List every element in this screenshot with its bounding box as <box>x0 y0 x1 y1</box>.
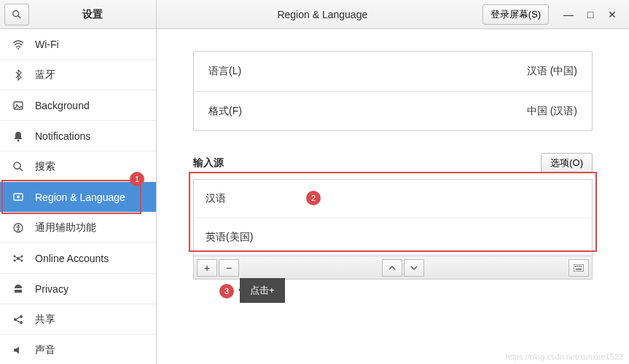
remove-input-source-button[interactable]: − <box>219 259 239 277</box>
header-left: 设置 <box>0 0 157 28</box>
svg-rect-25 <box>581 266 582 267</box>
maximize-button[interactable]: □ <box>582 7 598 23</box>
close-button[interactable]: ✕ <box>604 7 620 23</box>
online-accounts-icon <box>12 252 25 265</box>
sidebar-item-label: 通用辅助功能 <box>35 221 96 234</box>
svg-point-20 <box>20 321 23 324</box>
sound-icon <box>12 344 25 357</box>
watermark: https://blog.csdn.net/xunxue1523 <box>506 352 623 361</box>
search-button[interactable] <box>4 4 29 25</box>
sidebar-item-privacy[interactable]: Privacy <box>0 274 156 304</box>
svg-point-2 <box>17 48 19 50</box>
keyboard-layout-button[interactable] <box>569 259 589 277</box>
page-title: Region & Language <box>163 9 483 20</box>
svg-point-9 <box>17 195 20 198</box>
move-up-button[interactable] <box>382 259 402 277</box>
svg-rect-22 <box>575 266 577 267</box>
annotation-callout-1: 1 <box>130 172 144 186</box>
add-input-source-button[interactable]: + <box>197 259 217 277</box>
language-row[interactable]: 语言(L) 汉语 (中国) <box>194 52 592 91</box>
accessibility-icon <box>12 221 25 234</box>
input-source-item[interactable]: 英语(美国) <box>194 218 592 256</box>
input-source-label: 汉语 <box>206 192 226 205</box>
input-source-header: 输入源 选项(O) <box>193 153 593 173</box>
input-source-toolbar: + − <box>193 256 593 280</box>
input-source-item[interactable]: 汉语 <box>194 180 592 218</box>
share-icon <box>12 313 25 326</box>
chevron-up-icon <box>388 264 396 272</box>
svg-point-19 <box>20 315 23 318</box>
format-row[interactable]: 格式(F) 中国 (汉语) <box>194 91 592 130</box>
annotation-callout-3: 3 <box>219 284 234 298</box>
language-label: 语言(L) <box>208 65 527 78</box>
svg-line-7 <box>20 168 23 171</box>
sidebar-item-label: Privacy <box>35 283 69 295</box>
svg-point-5 <box>17 139 20 141</box>
sidebar-item-label: Notifications <box>35 130 90 142</box>
svg-line-1 <box>18 15 21 18</box>
search-icon <box>12 9 22 20</box>
svg-rect-24 <box>579 266 580 267</box>
svg-point-0 <box>13 10 19 16</box>
header-right: Region & Language 登录屏幕(S) — □ ✕ <box>157 0 629 28</box>
bell-icon <box>12 130 25 143</box>
sidebar-item-label: 声音 <box>35 344 55 357</box>
language-value: 汉语 (中国) <box>527 65 577 78</box>
sidebar-item-share[interactable]: 共享 <box>0 304 156 335</box>
svg-rect-17 <box>14 288 23 290</box>
sidebar-item-label: Online Accounts <box>35 253 109 264</box>
input-source-title: 输入源 <box>193 157 541 170</box>
region-icon <box>12 191 25 204</box>
sidebar-item-label: 搜索 <box>35 160 55 173</box>
plus-icon: + <box>204 262 210 274</box>
sidebar: Wi-Fi 蓝牙 Background Notifications 搜索 Reg… <box>0 29 157 364</box>
settings-box: 语言(L) 汉语 (中国) 格式(F) 中国 (汉语) <box>193 51 593 131</box>
svg-point-6 <box>14 162 20 169</box>
sidebar-item-label: 共享 <box>35 313 55 326</box>
wifi-icon <box>12 38 25 51</box>
sidebar-item-notifications[interactable]: Notifications <box>0 121 156 151</box>
search-icon <box>12 160 25 173</box>
content-area: 语言(L) 汉语 (中国) 格式(F) 中国 (汉语) 输入源 选项(O) 汉语… <box>157 29 629 364</box>
sidebar-item-accessibility[interactable]: 通用辅助功能 <box>0 213 156 243</box>
sidebar-item-sound[interactable]: 声音 <box>0 335 156 364</box>
bluetooth-icon <box>12 68 25 82</box>
svg-rect-23 <box>577 266 579 267</box>
settings-title: 设置 <box>29 8 156 21</box>
svg-point-11 <box>17 224 19 226</box>
sidebar-item-bluetooth[interactable]: 蓝牙 <box>0 60 156 90</box>
annotation-tooltip: 点击+ <box>240 278 285 303</box>
login-screen-button[interactable]: 登录屏幕(S) <box>483 4 549 25</box>
chevron-down-icon <box>410 264 418 272</box>
format-value: 中国 (汉语) <box>527 105 577 118</box>
sidebar-item-label: 蓝牙 <box>35 68 55 82</box>
input-source-label: 英语(美国) <box>206 231 253 244</box>
background-icon <box>12 99 25 112</box>
input-source-list: 汉语 英语(美国) <box>193 179 593 256</box>
sidebar-item-background[interactable]: Background <box>0 90 156 121</box>
sidebar-item-region-language[interactable]: Region & Language <box>0 182 156 213</box>
sidebar-item-label: Wi-Fi <box>35 39 59 50</box>
privacy-icon <box>12 282 25 296</box>
options-button[interactable]: 选项(O) <box>541 153 593 173</box>
svg-rect-26 <box>576 269 582 270</box>
format-label: 格式(F) <box>208 105 527 118</box>
annotation-callout-2: 2 <box>306 191 321 205</box>
sidebar-item-label: Region & Language <box>35 191 125 203</box>
window-header: 设置 Region & Language 登录屏幕(S) — □ ✕ <box>0 0 629 29</box>
sidebar-item-wifi[interactable]: Wi-Fi <box>0 29 156 60</box>
keyboard-icon <box>574 264 584 272</box>
svg-rect-21 <box>574 264 584 272</box>
sidebar-item-online-accounts[interactable]: Online Accounts <box>0 243 156 274</box>
sidebar-item-label: Background <box>35 100 90 111</box>
minus-icon: − <box>226 262 232 274</box>
minimize-button[interactable]: — <box>560 7 577 23</box>
move-down-button[interactable] <box>404 259 424 277</box>
